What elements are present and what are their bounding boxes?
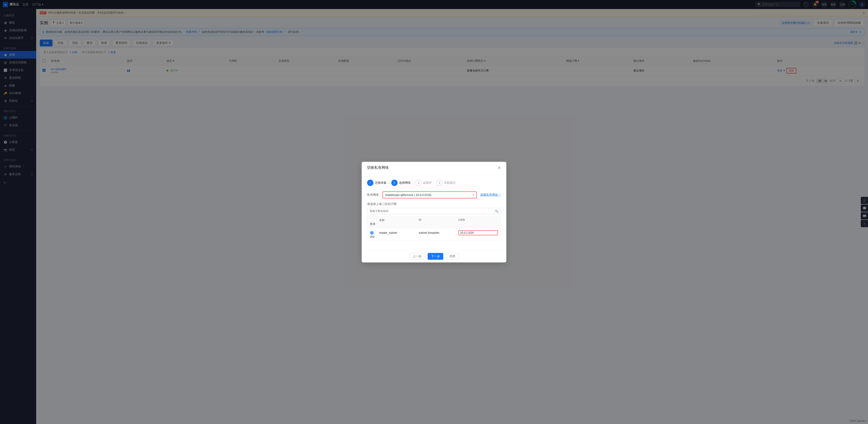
subnet-cidr: 10.0.1.0/24 xyxy=(458,230,498,235)
modal-steps: ✓ 迁移准备 › 2 选择网络 › 3 设置IP xyxy=(367,180,501,186)
next-step-btn[interactable]: 下一步 xyxy=(428,253,443,260)
vpc-label: 私有网络 xyxy=(367,193,381,197)
radio-inner xyxy=(371,232,373,234)
step-3-circle: 3 xyxy=(415,180,422,186)
subnet-search-box: 🔍 xyxy=(367,208,501,215)
vpc-form-row: 私有网络 master(vpc-q9hcs1se | 10.0.0.0/16) … xyxy=(367,191,501,198)
step-arrow-3: › xyxy=(434,181,435,185)
subnet-id: subnet-3osspnkn xyxy=(418,231,458,234)
step-1-label: 迁移准备 xyxy=(375,181,386,185)
subnet-name: master_subnet xyxy=(379,231,418,234)
step-2: 2 选择网络 xyxy=(391,180,411,186)
th-subnet-cidr: CIDR xyxy=(458,218,498,222)
step-3: 3 设置IP xyxy=(415,180,432,186)
subnet-count: 253 xyxy=(370,235,379,238)
vpc-value-text: master(vpc-q9hcs1se | 10.0.0.0/16) xyxy=(385,193,431,197)
subnet-form-row: 请选择上海二区的子网 🔍 名称 ID CIDR 数量 xyxy=(367,202,501,241)
subnet-table: 名称 ID CIDR 数量 master_subnet subnet-3ossp… xyxy=(367,216,501,241)
step-4-label: 关机提示 xyxy=(444,181,456,185)
vpc-select[interactable]: master(vpc-q9hcs1se | 10.0.0.0/16) ▾ xyxy=(382,191,477,198)
new-vpc-link[interactable]: 新建私有网络↗ xyxy=(480,193,501,197)
subnet-radio-btn[interactable] xyxy=(370,231,374,235)
vpc-dropdown-arrow: ▾ xyxy=(473,193,474,196)
step-arrow-1: › xyxy=(388,181,390,185)
step-arrow-2: › xyxy=(412,181,414,185)
step-2-label: 选择网络 xyxy=(399,181,411,185)
modal-footer: 上一步 下一步 关闭 xyxy=(362,250,506,262)
subnet-table-header: 名称 ID CIDR 数量 xyxy=(367,217,501,228)
modal-header: 切换私有网络 ✕ xyxy=(362,162,506,174)
step-4-circle: 4 xyxy=(436,180,442,186)
th-subnet-name: 名称 xyxy=(379,218,418,222)
modal-body: ✓ 迁移准备 › 2 选择网络 › 3 设置IP xyxy=(362,174,506,250)
step-1-circle: ✓ xyxy=(367,180,373,186)
modal-overlay: 切换私有网络 ✕ ✓ 迁移准备 › 2 选择网络 › xyxy=(0,0,868,424)
switch-vpc-modal: 切换私有网络 ✕ ✓ 迁移准备 › 2 选择网络 › xyxy=(362,162,506,262)
prev-step-btn[interactable]: 上一步 xyxy=(409,253,425,260)
modal-close-btn[interactable]: ✕ xyxy=(498,165,501,170)
th-select xyxy=(370,218,379,222)
step-4: 4 关机提示 xyxy=(436,180,456,186)
th-subnet-id: ID xyxy=(418,218,458,222)
subnet-table-row-0: master_subnet subnet-3osspnkn 10.0.1.0/2… xyxy=(367,228,501,241)
vpc-selected-value: master(vpc-q9hcs1se | 10.0.0.0/16) xyxy=(385,193,473,197)
th-subnet-count: 数量 xyxy=(370,222,379,226)
close-modal-btn[interactable]: 关闭 xyxy=(446,253,459,260)
step-1: ✓ 迁移准备 xyxy=(367,180,386,186)
subnet-placeholder-label: 请选择上海二区的子网 xyxy=(367,202,501,206)
subnet-search-input[interactable] xyxy=(370,209,493,213)
step-2-circle: 2 xyxy=(391,180,398,186)
subnet-search-icon: 🔍 xyxy=(495,209,498,213)
modal-title: 切换私有网络 xyxy=(367,165,389,170)
step-3-label: 设置IP xyxy=(423,181,432,185)
